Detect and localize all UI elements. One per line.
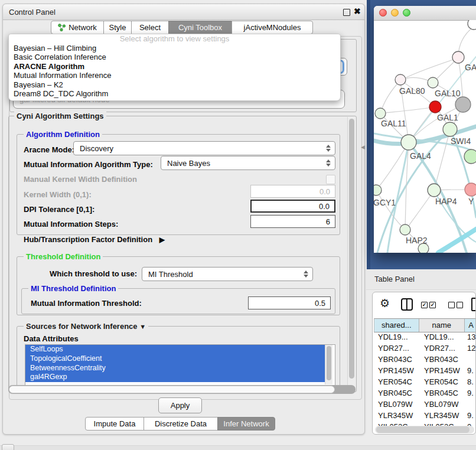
attributes-scrollbar[interactable] bbox=[325, 345, 332, 384]
table-panel-title: Table Panel bbox=[374, 275, 415, 283]
attribute-item-selfloops[interactable]: SelfLoops bbox=[25, 345, 329, 354]
close-icon[interactable]: ✖ bbox=[354, 6, 361, 16]
combo-arrows-icon bbox=[304, 270, 308, 278]
settings-horizontal-scrollbar[interactable] bbox=[8, 385, 356, 394]
network-node[interactable] bbox=[400, 224, 410, 235]
network-edge[interactable] bbox=[380, 80, 400, 113]
unchecked-checkbox-icon[interactable] bbox=[448, 302, 455, 308]
settings-scrollbar-thumb[interactable] bbox=[349, 119, 354, 379]
gear-icon[interactable]: ⚙ bbox=[380, 296, 390, 310]
aracne-mode-combo[interactable]: Discovery bbox=[73, 141, 335, 155]
attributes-scrollbar-thumb[interactable] bbox=[327, 346, 331, 380]
manual-kernel-label: Manual Kernel Width Definition bbox=[24, 175, 137, 184]
network-node[interactable] bbox=[465, 183, 476, 196]
hub-tf-section[interactable]: Hub/Transcription Factor Definition ▶ bbox=[24, 235, 165, 244]
network-icon bbox=[58, 24, 66, 31]
control-panel-title: Control Panel bbox=[9, 8, 56, 17]
sources-title[interactable]: Sources for Network Inference ▼ bbox=[24, 322, 148, 331]
expand-arrow-icon[interactable]: ▶ bbox=[159, 236, 165, 244]
attribute-item-gal4rgexp[interactable]: gal4RGexp bbox=[25, 373, 329, 382]
network-node-label: GAL1 bbox=[437, 113, 458, 122]
table-row[interactable]: YDR27...YDR27...12 bbox=[374, 343, 476, 354]
network-node-label: GAL10 bbox=[435, 89, 461, 98]
table-scrollbar-thumb[interactable] bbox=[376, 426, 470, 433]
table-row[interactable]: YBR043CYBR043C bbox=[374, 354, 476, 365]
tab-cyni-toolbox[interactable]: Cyni Toolbox bbox=[168, 21, 232, 34]
table-row[interactable]: YBR045CYBR045C9. bbox=[374, 387, 476, 399]
table-row[interactable]: YPR145WYPR145W9. bbox=[374, 365, 476, 376]
unchecked-checkbox-icon[interactable] bbox=[457, 302, 463, 308]
float-icon[interactable] bbox=[343, 9, 350, 16]
zoom-traffic-light-icon[interactable] bbox=[403, 9, 410, 17]
column-header-name[interactable]: name bbox=[419, 319, 465, 332]
mi-threshold-field[interactable]: 0.5 bbox=[248, 296, 331, 309]
table-horizontal-scrollbar[interactable] bbox=[375, 426, 474, 433]
dropdown-item-aracne-algorithm[interactable]: ARACNE Algorithm bbox=[9, 62, 340, 71]
table-row[interactable]: YBL079WYBL079W bbox=[374, 399, 476, 410]
network-node[interactable] bbox=[455, 97, 471, 112]
table-row[interactable]: YLR345WYLR345W9. bbox=[374, 410, 476, 421]
dropdown-item-bayesian-hill-climbing[interactable]: Bayesian – Hill Climbing bbox=[9, 44, 340, 53]
which-threshold-combo[interactable]: MI Threshold bbox=[142, 267, 313, 281]
table-row[interactable]: YDL19...YDL19...13 bbox=[374, 331, 476, 343]
tab-infer-network[interactable]: Infer Network bbox=[217, 417, 275, 431]
split-columns-icon[interactable] bbox=[401, 298, 413, 311]
network-node[interactable] bbox=[374, 185, 382, 195]
dropdown-item-mutual-information-inference[interactable]: Mutual Information Inference bbox=[9, 71, 340, 80]
mi-steps-field[interactable]: 6 bbox=[250, 215, 335, 228]
attribute-item-topologicalcoefficient[interactable]: TopologicalCoefficient bbox=[25, 354, 329, 364]
network-edge[interactable] bbox=[400, 58, 458, 80]
page-icon[interactable] bbox=[471, 298, 476, 311]
dropdown-item-bayesian-k2[interactable]: Bayesian – K2 bbox=[9, 80, 340, 89]
network-window-titlebar[interactable] bbox=[374, 6, 476, 21]
checked-checkbox-icon[interactable]: ✓ bbox=[421, 302, 428, 308]
mi-type-combo[interactable]: Naive Bayes bbox=[161, 156, 335, 170]
collapse-arrow-icon[interactable]: ▼ bbox=[139, 323, 146, 330]
table-row[interactable]: YER054CYER054C8. bbox=[374, 376, 476, 387]
network-node[interactable] bbox=[452, 51, 464, 63]
network-node[interactable] bbox=[429, 101, 441, 113]
network-node[interactable] bbox=[468, 20, 476, 30]
network-node[interactable] bbox=[428, 184, 441, 197]
column-header-shared[interactable]: shared... bbox=[374, 319, 419, 332]
dropdown-item-basic-correlation-inference[interactable]: Basic Correlation Inference bbox=[9, 53, 340, 61]
network-edge[interactable] bbox=[438, 229, 476, 253]
checked-checkbox-icon[interactable]: ✓ bbox=[429, 302, 436, 308]
tab-style[interactable]: Style bbox=[103, 21, 132, 34]
manual-kernel-checkbox[interactable] bbox=[326, 175, 335, 184]
hscrollbar-thumb[interactable] bbox=[9, 386, 335, 393]
partial-widget[interactable] bbox=[2, 444, 14, 450]
splitter-handle-icon[interactable]: ◀ bbox=[361, 144, 365, 150]
network-canvas[interactable]: GAL80GAL10GAL1GAL11SWI4GAL4GCY1HAP4YHAP2… bbox=[374, 20, 476, 253]
tab-jactivemnodules[interactable]: jActiveMNodules bbox=[232, 21, 313, 34]
table-cell bbox=[465, 399, 476, 410]
tab-select[interactable]: Select bbox=[131, 21, 169, 34]
control-panel-titlebar[interactable]: Control Panel ✖ bbox=[3, 4, 364, 20]
attribute-item-betweennesscentrality[interactable]: BetweennessCentrality bbox=[25, 364, 329, 373]
minimize-traffic-light-icon[interactable] bbox=[391, 9, 399, 17]
network-edge[interactable] bbox=[406, 190, 434, 230]
network-node[interactable] bbox=[464, 149, 476, 164]
network-node[interactable] bbox=[375, 108, 386, 119]
mi-steps-label: Mutual Information Steps: bbox=[24, 220, 118, 229]
apply-button[interactable]: Apply bbox=[158, 397, 202, 413]
data-attributes-list[interactable]: SelfLoopsTopologicalCoefficientBetweenne… bbox=[25, 344, 335, 386]
mi-threshold-group-title: MI Threshold Definition bbox=[28, 284, 118, 293]
kernel-width-field[interactable]: 0.0 bbox=[250, 185, 335, 198]
dropdown-item-dream8-dc-tdc-algorithm[interactable]: Dream8 DC_TDC Algorithm bbox=[9, 89, 340, 98]
column-header-a[interactable]: A bbox=[465, 319, 476, 332]
tab-discretize-data[interactable]: Discretize Data bbox=[144, 417, 218, 431]
tab-impute-data[interactable]: Impute Data bbox=[85, 417, 144, 431]
table-cell: 9. bbox=[465, 387, 476, 399]
settings-vertical-scrollbar[interactable] bbox=[347, 117, 356, 390]
close-traffic-light-icon[interactable] bbox=[379, 9, 387, 17]
network-node[interactable] bbox=[428, 77, 438, 88]
combo-arrows-icon bbox=[326, 145, 331, 152]
network-edge[interactable] bbox=[380, 107, 435, 113]
network-node[interactable] bbox=[443, 122, 457, 136]
tab-network[interactable]: Network bbox=[51, 21, 104, 34]
dpi-tolerance-field[interactable]: 0.0 bbox=[250, 200, 335, 213]
tab-select-label: Select bbox=[139, 21, 161, 34]
network-node[interactable] bbox=[395, 74, 406, 85]
network-node[interactable] bbox=[401, 135, 416, 150]
